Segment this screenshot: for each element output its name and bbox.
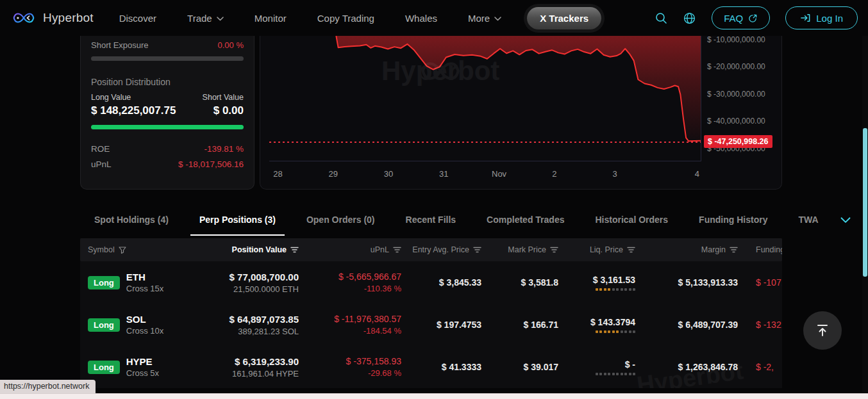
position-row-sol[interactable]: Long SOL Cross 10x $ 64,897,073.85389,28… — [80, 304, 782, 346]
column-label: Liq. Price — [590, 245, 623, 254]
symbol-name: HYPE — [126, 356, 159, 367]
nav-item-label: Trade — [187, 13, 212, 24]
side-badge: Long — [88, 318, 120, 332]
nav-item-more[interactable]: More — [468, 13, 501, 24]
y-axis-tick-label: $ -10,000,000.00 — [707, 36, 765, 44]
faq-label: FAQ — [724, 13, 743, 24]
column-header-position-value[interactable]: Position Value — [202, 245, 308, 254]
arrow-up-to-line-icon — [815, 323, 830, 338]
leverage-label: Cross 15x — [126, 284, 164, 293]
x-axis-tick-label: Nov — [492, 169, 506, 179]
login-label: Log In — [816, 13, 843, 24]
table-header: SymbolPosition ValueuPnLEntry Avg. Price… — [80, 238, 782, 261]
filter-funnel-icon — [119, 247, 126, 254]
x-axis-tick-label: 28 — [273, 169, 282, 179]
funding-cell: $ -132, — [747, 320, 782, 330]
nav-item-monitor[interactable]: Monitor — [255, 13, 287, 24]
column-label: Position Value — [232, 245, 287, 254]
x-axis-tick-label: 3 — [613, 169, 617, 179]
long-value: $ 148,225,007.75 — [91, 104, 184, 117]
roe-label: ROE — [91, 144, 110, 154]
short-exposure-bar — [91, 56, 244, 61]
tab-funding-history[interactable]: Funding History — [690, 205, 776, 236]
roe-value: -139.81 % — [204, 144, 244, 154]
liq-price-cell: $ 3,161.53 — [567, 275, 644, 291]
column-label: Funding ( — [756, 245, 782, 254]
symbol-cell: Long SOL Cross 10x — [80, 314, 202, 336]
x-axis-tick-label: 2 — [552, 169, 556, 179]
tab-spot-holdings-4[interactable]: Spot Holdings (4) — [85, 205, 178, 236]
column-header-mark-price[interactable]: Mark Price — [490, 245, 567, 254]
nav-item-x-trackers[interactable]: X Trackers — [527, 7, 601, 29]
nav-item-trade[interactable]: Trade — [187, 13, 224, 24]
sort-icon — [627, 247, 635, 253]
brand[interactable]: Hyperbot — [10, 4, 94, 31]
language-globe-icon[interactable] — [683, 12, 696, 25]
nav-item-label: Discover — [119, 13, 156, 24]
nav-item-discover[interactable]: Discover — [119, 13, 156, 24]
tab-recent-fills[interactable]: Recent Fills — [397, 205, 465, 236]
nav-menu: DiscoverTradeMonitorCopy TradingWhalesMo… — [119, 13, 501, 24]
table-body: Long ETH Cross 15x $ 77,008,700.0021,500… — [80, 261, 782, 388]
y-axis-tick-label: $ -20,000,000.00 — [707, 62, 765, 71]
column-label: uPnL — [371, 245, 389, 254]
side-badge: Long — [88, 276, 120, 289]
short-exposure-value: 0.00 % — [218, 40, 244, 50]
column-header-margin[interactable]: Margin — [644, 245, 747, 254]
tab-historical-orders[interactable]: Historical Orders — [586, 205, 677, 236]
position-row-hype[interactable]: Long HYPE Cross 5x $ 6,319,233.90161,961… — [80, 346, 782, 388]
column-label: Mark Price — [508, 245, 546, 254]
scroll-to-top-button[interactable] — [803, 311, 842, 350]
short-exposure-label: Short Exposure — [91, 40, 149, 50]
tab-open-orders-0[interactable]: Open Orders (0) — [297, 205, 384, 236]
current-value-dotted-line — [269, 142, 701, 143]
nav-item-label: More — [468, 13, 490, 24]
tab-twa[interactable]: TWA — [789, 205, 827, 236]
y-axis-tick-label: $ -40,000,000.00 — [707, 117, 765, 126]
sort-icon — [393, 247, 401, 253]
position-row-eth[interactable]: Long ETH Cross 15x $ 77,008,700.0021,500… — [80, 261, 782, 304]
vertical-scrollbar-thumb[interactable] — [863, 128, 867, 277]
margin-cell: $ 1,263,846.78 — [644, 362, 747, 372]
liq-risk-meter — [596, 373, 636, 375]
search-icon[interactable] — [655, 12, 667, 24]
column-header-liq-price[interactable]: Liq. Price — [567, 245, 644, 254]
position-stats-card: Short Exposure 0.00 % Position Distribut… — [80, 36, 255, 190]
entry-price-cell: $ 3,845.33 — [410, 277, 490, 288]
external-link-icon — [748, 13, 758, 23]
nav-right: FAQ Log In — [655, 6, 858, 29]
column-header-funding[interactable]: Funding ( — [747, 245, 782, 254]
nav-item-label: Whales — [405, 13, 437, 24]
login-button[interactable]: Log In — [785, 6, 858, 29]
nav-item-copy-trading[interactable]: Copy Trading — [317, 13, 374, 24]
entry-price-cell: $ 41.3333 — [410, 362, 490, 372]
column-label: Margin — [701, 245, 726, 254]
symbol-cell: Long HYPE Cross 5x — [80, 356, 202, 378]
chart-x-axis: 28293031Nov234 — [269, 167, 701, 183]
nav-item-label: Monitor — [255, 13, 287, 24]
side-badge: Long — [88, 361, 120, 374]
vertical-scrollbar[interactable] — [862, 36, 868, 392]
liq-risk-meter — [596, 288, 636, 291]
column-header-symbol[interactable]: Symbol — [80, 245, 202, 254]
brand-name: Hyperbot — [43, 11, 94, 25]
upnl-area-chart[interactable]: Hyperbot — [269, 36, 701, 161]
top-nav: Hyperbot DiscoverTradeMonitorCopy Tradin… — [0, 0, 868, 36]
x-axis-tick-label: 29 — [329, 169, 338, 179]
x-axis-tick-label: 31 — [439, 169, 448, 179]
column-header-upnl[interactable]: uPnL — [308, 245, 410, 254]
window-bottom-edge — [0, 393, 868, 399]
tabs-overflow-chevron-icon[interactable] — [840, 205, 853, 236]
tab-perp-positions-3[interactable]: Perp Positions (3) — [190, 205, 285, 236]
upnl-cell: $ -11,976,380.57-184.54 % — [308, 314, 410, 336]
tab-completed-trades[interactable]: Completed Trades — [478, 205, 573, 236]
nav-item-label: Copy Trading — [317, 13, 374, 24]
short-value-label: Short Value — [203, 93, 244, 102]
faq-button[interactable]: FAQ — [712, 6, 770, 29]
y-axis-tick-label: $ -30,000,000.00 — [707, 90, 765, 99]
summary-row: Short Exposure 0.00 % Position Distribut… — [80, 36, 782, 190]
upnl-cell: $ -5,665,966.67-110.36 % — [308, 272, 410, 293]
upnl-label: uPnL — [91, 159, 112, 169]
column-header-entry-avg-price[interactable]: Entry Avg. Price — [410, 245, 490, 254]
nav-item-whales[interactable]: Whales — [405, 13, 437, 24]
